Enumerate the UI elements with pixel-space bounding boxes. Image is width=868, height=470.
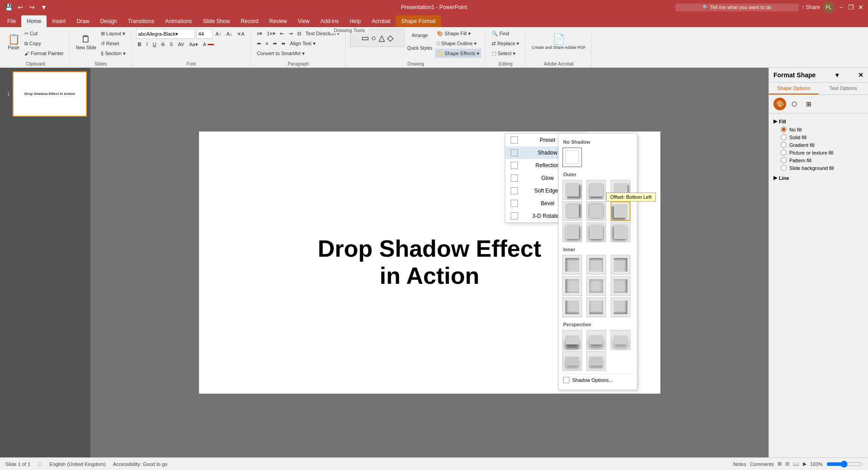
redo-button[interactable]: ↪ <box>27 2 37 12</box>
slide-main-text[interactable]: Drop Shadow Effect in Action <box>318 235 541 290</box>
align-left-button[interactable]: ⬅ <box>255 39 263 48</box>
justify-button[interactable]: ⬌ <box>280 39 287 48</box>
accessibility-indicator[interactable]: Accessibility: Good to go <box>113 461 167 467</box>
inner-shadow-7[interactable] <box>562 297 582 317</box>
tab-addins[interactable]: Add-ins <box>315 15 344 27</box>
shadow-text-button[interactable]: S <box>168 40 175 49</box>
bullets-button[interactable]: ≡▾ <box>255 29 264 38</box>
panel-collapse-icon[interactable]: ▾ <box>835 71 839 79</box>
tab-text-options[interactable]: Text Options <box>819 83 868 94</box>
outer-offset-bottom[interactable] <box>586 180 606 200</box>
clear-formatting-button[interactable]: ✕A <box>235 29 246 38</box>
picture-texture-fill-option[interactable]: Picture or texture fill <box>781 149 863 156</box>
inner-shadow-3[interactable] <box>611 255 631 275</box>
bold-button[interactable]: B <box>136 40 143 49</box>
inner-shadow-8[interactable] <box>586 297 606 317</box>
reading-view-button[interactable]: 📖 <box>793 461 799 467</box>
pattern-fill-option[interactable]: Pattern fill <box>781 156 863 164</box>
gradient-fill-option[interactable]: Gradient fill <box>781 141 863 149</box>
tab-shape-options[interactable]: Shape Options <box>769 83 819 94</box>
slideshow-button[interactable]: ▶ <box>803 461 806 467</box>
tab-record[interactable]: Record <box>235 15 264 27</box>
font-name-selector[interactable]: abcAllegra-Black▾ <box>136 29 195 39</box>
solid-fill-option[interactable]: Solid fill <box>781 133 863 141</box>
no-fill-option[interactable]: No fill <box>781 126 863 133</box>
layout-button[interactable]: ⊞ Layout ▾ <box>99 29 128 38</box>
tab-shape-format[interactable]: Shape Format <box>396 15 441 27</box>
tab-review[interactable]: Review <box>264 15 292 27</box>
copy-button[interactable]: ⧉ Copy <box>23 39 66 48</box>
tab-insert[interactable]: Insert <box>47 15 71 27</box>
change-case-button[interactable]: Aa▾ <box>187 40 199 49</box>
decrease-font-button[interactable]: A↓ <box>224 29 234 38</box>
shape-fill-button[interactable]: 🎨 Shape Fill▾ <box>435 29 481 38</box>
font-size-selector[interactable]: 44 <box>196 29 213 39</box>
inner-shadow-2[interactable] <box>586 255 606 275</box>
perspective-shadow-5[interactable] <box>586 351 606 371</box>
fill-section-header[interactable]: ▶ Fill <box>773 117 863 126</box>
inner-shadow-5[interactable] <box>586 276 606 296</box>
close-button[interactable]: ✕ <box>857 4 864 11</box>
line-section-header[interactable]: ▶ Line <box>773 174 863 182</box>
perspective-shadow-3[interactable] <box>611 330 631 350</box>
restore-button[interactable]: ❐ <box>847 4 854 11</box>
effects-icon-button[interactable]: ⬡ <box>788 98 801 110</box>
inner-shadow-6[interactable] <box>611 276 631 296</box>
user-avatar[interactable]: PL <box>823 1 835 13</box>
cut-button[interactable]: ✂ Cut <box>23 29 66 38</box>
panel-close-button[interactable]: ✕ <box>858 71 863 79</box>
align-center-button[interactable]: ≡ <box>264 39 270 48</box>
search-box[interactable]: 🔍 Tell me what you want to do <box>675 4 799 11</box>
comments-button[interactable]: Comments <box>750 461 774 467</box>
slide-bg-fill-option[interactable]: Slide background fill <box>781 164 863 172</box>
convert-smartart-button[interactable]: Convert to SmartArt▾ <box>255 49 307 58</box>
decrease-indent-button[interactable]: ⇤ <box>278 29 286 38</box>
share-button[interactable]: ↑ Share <box>802 4 820 10</box>
slide-sorter-button[interactable]: ⊟ <box>785 461 789 467</box>
perspective-shadow-2[interactable] <box>586 330 606 350</box>
tab-view[interactable]: View <box>292 15 315 27</box>
slide-thumbnail[interactable]: Drop Shadow Effect in Action <box>13 71 87 117</box>
italic-button[interactable]: I <box>145 40 150 49</box>
no-shadow-option[interactable] <box>562 147 582 167</box>
minimize-button[interactable]: − <box>837 4 844 11</box>
numbering-button[interactable]: 1≡▾ <box>265 29 277 38</box>
slide-item-1[interactable]: 1 Drop Shadow Effect in Action <box>4 71 87 117</box>
outer-perspective-top[interactable] <box>586 222 606 242</box>
shadow-options-row[interactable]: Shadow Options... <box>562 374 633 386</box>
increase-indent-button[interactable]: ⇥ <box>287 29 294 38</box>
arrange-button[interactable]: Arrange <box>405 29 434 42</box>
fill-line-icon-button[interactable]: 🎨 <box>773 98 786 110</box>
tab-draw[interactable]: Draw <box>71 15 95 27</box>
inner-shadow-4[interactable] <box>562 276 582 296</box>
undo-button[interactable]: ↩ <box>15 2 25 12</box>
tab-design[interactable]: Design <box>95 15 122 27</box>
perspective-shadow-1[interactable] <box>562 330 582 350</box>
inner-shadow-9[interactable] <box>611 297 631 317</box>
tab-acrobat[interactable]: Acrobat <box>366 15 396 27</box>
outer-center[interactable] <box>586 201 606 221</box>
save-button[interactable]: 💾 <box>4 2 14 12</box>
quick-styles-button[interactable]: Quick Styles <box>405 42 434 54</box>
font-color-button[interactable]: A <box>201 40 216 49</box>
shape-effects-button[interactable]: ✨ Shape Effects▾ <box>435 49 481 58</box>
increase-font-button[interactable]: A↑ <box>214 29 223 38</box>
perspective-shadow-4[interactable] <box>562 351 582 371</box>
outer-offset-diagonal-bl[interactable] <box>562 180 582 200</box>
format-painter-button[interactable]: 🖌 Format Painter <box>23 49 66 58</box>
align-right-button[interactable]: ➡ <box>271 39 279 48</box>
reset-button[interactable]: ↺ Reset <box>99 39 128 48</box>
strikethrough-button[interactable]: S <box>160 40 166 49</box>
tab-transitions[interactable]: Transitions <box>123 15 160 27</box>
outer-offset-bl[interactable] <box>611 201 631 221</box>
section-button[interactable]: § Section ▾ <box>99 49 128 58</box>
tab-help[interactable]: Help <box>344 15 366 27</box>
find-button[interactable]: 🔍 Find <box>490 29 511 38</box>
col-button[interactable]: ⊟ <box>295 29 303 38</box>
size-properties-icon-button[interactable]: ⊞ <box>802 98 815 110</box>
notes-button[interactable]: Notes <box>733 461 746 467</box>
language-indicator[interactable]: English (United Kingdom) <box>49 461 106 467</box>
align-text-button[interactable]: Align Text▾ <box>288 39 318 48</box>
outer-perspective-tr[interactable] <box>611 222 631 242</box>
zoom-slider[interactable] <box>826 461 863 468</box>
